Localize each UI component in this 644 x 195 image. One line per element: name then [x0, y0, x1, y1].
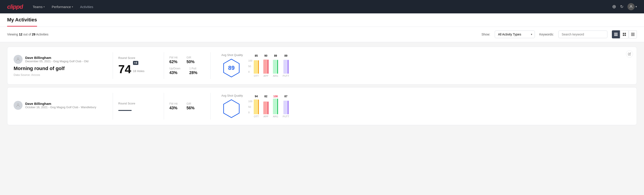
chart2-y-0: 0: [248, 111, 252, 114]
user-date-2: October 16, 2021 - Gog Magog Golf Club -…: [25, 106, 96, 109]
user-avatar[interactable]: [628, 3, 635, 10]
stat-label: 1 Putt: [189, 67, 197, 70]
svg-rect-8: [631, 33, 635, 33]
svg-rect-7: [624, 34, 626, 36]
bar-ott-fg: [258, 60, 259, 74]
round-score-label: Round Score: [118, 56, 158, 60]
stat-label-2: FW Hit: [169, 102, 178, 105]
svg-rect-6: [623, 34, 624, 36]
activity-type-select-wrapper: All Activity Types ▾: [495, 30, 535, 38]
card-divider-2: [164, 52, 164, 79]
chart2-y-50: 50: [248, 106, 252, 108]
bar-app-fg: [268, 60, 268, 74]
data-source: Data Source: Arccos: [14, 73, 107, 76]
bar2-label-ott: OTT: [254, 115, 259, 118]
user-info: Dave Billingham December 05, 2021 - Gog …: [25, 56, 88, 63]
user-name: Dave Billingham: [25, 56, 88, 60]
quality-hex: 89: [221, 58, 242, 78]
bar2-label-arg: ARG: [273, 115, 278, 118]
bar-putt-bg: [284, 60, 288, 74]
round-score-label-2: Round Score: [118, 102, 158, 105]
bar2-label-putt: PUTT: [283, 115, 289, 118]
avatar-2: [14, 101, 22, 110]
quality-hex-2: [221, 98, 242, 119]
svg-rect-4: [623, 33, 624, 34]
avg-shot-quality-label-2: Avg Shot Quality: [221, 94, 243, 97]
user-info-2: Dave Billingham October 16, 2021 - Gog M…: [25, 102, 96, 109]
stat-row-top: FW Hit 62% GIR 50%: [169, 56, 205, 64]
nav-item-performance[interactable]: Performance ▾: [49, 3, 76, 10]
score-section-2: Round Score: [118, 102, 158, 111]
view-toggle: [612, 30, 637, 38]
activities-list: Dave Billingham December 05, 2021 - Gog …: [0, 42, 644, 130]
svg-rect-2: [614, 34, 618, 35]
stat-label: GIR: [186, 56, 194, 59]
refresh-icon[interactable]: ↻: [620, 4, 624, 9]
bar2-val-putt: 87: [284, 95, 287, 98]
bar-label-app: APP: [263, 74, 268, 77]
view-list-detail-button[interactable]: [629, 30, 637, 38]
add-icon[interactable]: ⊕: [612, 4, 616, 10]
card-divider: [113, 52, 113, 79]
nav-item-teams[interactable]: Teams ▾: [30, 3, 47, 10]
svg-point-14: [17, 104, 19, 105]
bar2-putt-bg: [284, 100, 288, 114]
stat-gir: GIR 50%: [186, 56, 194, 64]
bar-putt-fg: [288, 60, 288, 74]
bar2-val-app: 82: [264, 95, 267, 98]
bar2-label-app: APP: [263, 115, 268, 118]
score-number: 74: [118, 63, 131, 75]
chart-y-50: 50: [248, 65, 252, 68]
svg-rect-10: [631, 34, 635, 35]
card-left: Dave Billingham December 05, 2021 - Gog …: [14, 55, 107, 76]
stat-value: 62%: [169, 60, 178, 64]
view-list-compact-button[interactable]: [612, 30, 620, 38]
stat-value: 43%: [169, 70, 180, 75]
navbar: clippd Teams ▾ Performance ▾ Activities …: [0, 0, 644, 14]
card-divider-6: [210, 93, 211, 120]
page-header: My Activities: [0, 14, 644, 27]
edit-button[interactable]: [626, 50, 633, 58]
stat-row-bottom: Up/Down 43% 1 Putt 28%: [169, 67, 205, 75]
chart-y-0: 0: [248, 70, 252, 73]
svg-point-12: [17, 58, 19, 59]
bar2-app-bg: [263, 102, 267, 114]
user-menu-chevron-icon[interactable]: ▾: [636, 5, 637, 8]
card-divider-5: [164, 93, 164, 120]
show-label: Show:: [482, 32, 490, 36]
svg-rect-1: [614, 33, 618, 34]
svg-rect-11: [631, 36, 635, 36]
bar2-putt-fg: [288, 100, 288, 114]
bar-val-ott: 85: [255, 54, 258, 57]
bar2-val-arg: 106: [273, 95, 278, 98]
score-section: Round Score 74 +4 18 Holes: [118, 56, 158, 75]
nav-right: ⊕ ↻ ▾: [612, 3, 637, 10]
logo[interactable]: clippd: [7, 3, 23, 10]
bar-val-putt: 89: [284, 54, 287, 57]
bar-arg-fg: [277, 60, 278, 74]
activity-card-2: Dave Billingham October 16, 2021 - Gog M…: [7, 87, 637, 125]
user-row: Dave Billingham December 05, 2021 - Gog …: [14, 55, 107, 64]
bar-label-arg: ARG: [273, 74, 278, 77]
stats-section: FW Hit 62% GIR 50% Up/Down 43% 1 Putt 28…: [169, 56, 205, 75]
nav-links: Teams ▾ Performance ▾ Activities: [30, 3, 605, 10]
view-grid-button[interactable]: [620, 30, 628, 38]
nav-item-activities[interactable]: Activities: [78, 3, 96, 10]
stat-updown: Up/Down 43%: [169, 67, 180, 75]
stat-1putt: 1 Putt 28%: [189, 67, 197, 75]
score-dash: [118, 110, 132, 111]
stat-gir-2: GIR 56%: [186, 102, 194, 110]
stats-section-2: FW Hit 43% GIR 56%: [169, 102, 205, 110]
search-input[interactable]: [558, 30, 608, 38]
activity-type-select[interactable]: All Activity Types: [495, 30, 535, 38]
bar2-ott-fg: [258, 100, 259, 114]
user-name-2: Dave Billingham: [25, 102, 96, 106]
score-badge: +4: [133, 61, 138, 65]
chart-y-100: 100: [248, 59, 252, 62]
bar2-arg-fg: [277, 98, 278, 114]
stat-value: 28%: [189, 70, 197, 75]
bar2-ott-bg: [254, 100, 258, 114]
bar-label-putt: PUTT: [283, 74, 289, 77]
activity-card: Dave Billingham December 05, 2021 - Gog …: [7, 47, 637, 84]
card-divider-4: [113, 93, 113, 120]
